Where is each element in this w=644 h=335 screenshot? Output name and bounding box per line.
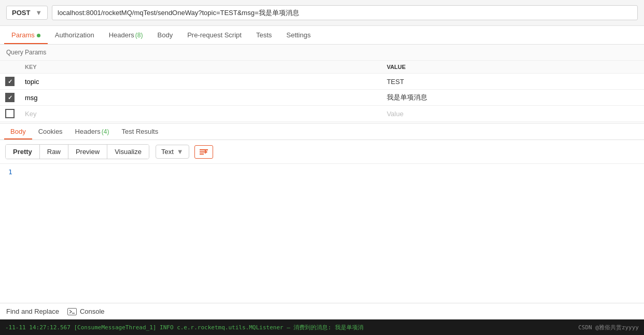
- method-chevron: ▼: [35, 9, 42, 17]
- query-params-label: Query Params: [0, 45, 644, 61]
- fmt-btn-pretty[interactable]: Pretty: [6, 145, 40, 159]
- table-row: topic TEST: [0, 74, 644, 90]
- tab-settings[interactable]: Settings: [279, 26, 318, 44]
- console-icon: [67, 308, 77, 315]
- url-input[interactable]: [52, 5, 638, 20]
- body-toolbar: Pretty Raw Preview Visualize Text ▼: [0, 140, 644, 164]
- checkbox-topic[interactable]: [5, 77, 15, 86]
- key-cell-msg: msg: [20, 90, 382, 106]
- resp-tab-body[interactable]: Body: [4, 123, 32, 139]
- text-type-select[interactable]: Text ▼: [156, 145, 189, 159]
- find-replace-button[interactable]: Find and Replace: [6, 308, 59, 315]
- format-button-group: Pretty Raw Preview Visualize: [5, 144, 149, 159]
- console-button[interactable]: Console: [67, 308, 105, 315]
- params-table: KEY VALUE topic TEST msg 我是单项消息 Key Valu…: [0, 61, 644, 122]
- value-placeholder[interactable]: Value: [382, 106, 644, 122]
- row-checkbox-cell[interactable]: [0, 74, 20, 90]
- value-cell-msg: 我是单项消息: [382, 90, 644, 106]
- request-tabs-bar: Params Authorization Headers(8) Body Pre…: [0, 26, 644, 45]
- col-key-header: KEY: [20, 61, 382, 74]
- tab-params[interactable]: Params: [4, 26, 48, 44]
- row-checkbox-cell[interactable]: [0, 90, 20, 106]
- checkbox-empty[interactable]: [5, 109, 15, 118]
- fmt-btn-raw[interactable]: Raw: [40, 145, 68, 159]
- find-replace-label: Find and Replace: [6, 308, 59, 315]
- line-number: 1: [8, 168, 12, 176]
- resp-tab-test-results[interactable]: Test Results: [115, 123, 164, 139]
- value-cell-topic: TEST: [382, 74, 644, 90]
- resp-tab-headers[interactable]: Headers(4): [69, 123, 116, 139]
- tab-body[interactable]: Body: [150, 26, 180, 44]
- key-cell-topic: topic: [20, 74, 382, 90]
- bottom-bar: Find and Replace Console: [0, 303, 644, 319]
- url-bar: POST ▼: [0, 0, 644, 26]
- tab-pre-request-script[interactable]: Pre-request Script: [180, 26, 249, 44]
- wrap-button[interactable]: [194, 145, 213, 159]
- code-area: 1: [0, 164, 644, 185]
- method-select[interactable]: POST ▼: [6, 6, 48, 20]
- col-check-header: [0, 61, 20, 74]
- checkbox-msg[interactable]: [5, 93, 15, 102]
- terminal-log-text: -11-11 14:27:12.567 [ConsumeMessageThrea…: [5, 324, 363, 331]
- col-value-header: VALUE: [382, 61, 644, 74]
- console-label: Console: [80, 308, 105, 315]
- text-type-label: Text: [161, 148, 174, 156]
- params-dot: [37, 34, 40, 37]
- fmt-btn-preview[interactable]: Preview: [68, 145, 107, 159]
- response-tabs-bar: Body Cookies Headers(4) Test Results: [0, 123, 644, 140]
- fmt-btn-visualize[interactable]: Visualize: [107, 145, 149, 159]
- resp-tab-cookies[interactable]: Cookies: [32, 123, 69, 139]
- method-label: POST: [12, 9, 30, 17]
- text-type-chevron: ▼: [177, 148, 184, 156]
- response-section: Body Cookies Headers(4) Test Results: [0, 123, 644, 140]
- wrap-icon: [199, 148, 208, 156]
- terminal-bar: -11-11 14:27:12.567 [ConsumeMessageThrea…: [0, 319, 644, 335]
- table-row: msg 我是单项消息: [0, 90, 644, 106]
- tab-headers[interactable]: Headers(8): [102, 26, 150, 44]
- key-placeholder[interactable]: Key: [20, 106, 382, 122]
- tab-tests[interactable]: Tests: [249, 26, 279, 44]
- tab-authorization[interactable]: Authorization: [48, 26, 102, 44]
- table-row-placeholder: Key Value: [0, 106, 644, 122]
- terminal-watermark: CSDN @雅俗共赏zyyyy: [578, 324, 639, 331]
